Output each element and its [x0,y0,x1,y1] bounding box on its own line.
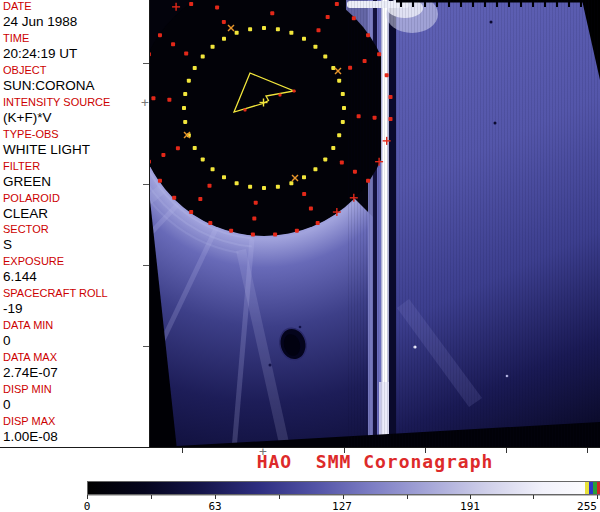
field-value: 6.144 [3,268,148,285]
metadata-field: EXPOSURE6.144 [0,255,148,287]
smm-coronagraph-viewer: { "window": {"width": 600, "height": 512… [0,0,600,512]
red-ring-dot [316,221,320,225]
field-label: DATA MAX [3,351,148,364]
field-value: 20:24:19 UT [3,45,148,62]
metadata-field: DISP MIN0 [0,383,148,415]
polygon-vertex-dot [293,90,296,93]
red-ring-dot [208,221,212,225]
red-spoke-dot [340,160,344,164]
red-ring-dot [389,95,393,99]
colorbar-tick [87,495,88,499]
red-ring-dot [366,33,370,37]
colorbar-tick [407,495,408,499]
colorbar-tick-label: 255 [577,500,597,512]
red-ring-dot [172,196,176,200]
yellow-ring-dot [341,92,345,96]
yellow-ring-dot [262,26,266,30]
colorbar-tick [343,495,344,499]
yellow-ring-dot [289,181,293,185]
field-value: WHITE LIGHT [3,141,148,158]
metadata-field: SECTORS [0,223,148,255]
red-ring-dot [251,233,255,237]
metadata-field: DATA MIN0 [0,319,148,351]
field-label: DISP MAX [3,415,148,428]
red-spoke-dot [326,15,330,19]
red-ring-dot [377,52,381,56]
yellow-ring-dot [183,120,187,124]
yellow-ring-dot [331,66,335,70]
colorbar-tick-label: 127 [332,500,352,512]
yellow-ring-dot [302,37,306,41]
red-spoke-dot [171,42,175,46]
colorbar-tick-label: 0 [84,500,91,512]
field-value: CLEAR [3,205,148,222]
polygon-vertex-dot [279,94,282,97]
field-label: INTENSITY SOURCE [3,96,148,109]
red-spoke-dot [176,146,180,150]
frame-tick [143,184,149,185]
yellow-ring-dot [313,45,317,49]
metadata-field: INTENSITY SOURCE(K+F)*V [0,96,148,128]
frame-tick [143,346,149,347]
field-value: 1.00E-08 [3,428,148,445]
colorbar-tick [151,495,152,499]
red-ring-dot [189,210,193,214]
field-label: DATE [3,0,148,13]
field-value: SUN:CORONA [3,77,148,94]
yellow-ring-dot [337,79,341,83]
red-spoke-dot [215,5,219,9]
field-value: GREEN [3,173,148,190]
image-frame-bottom-border [0,447,600,448]
yellow-ring-dot [302,175,306,179]
red-ring-dot [150,52,151,56]
yellow-ring-dot [211,167,215,171]
red-spoke-dot [357,114,361,118]
metadata-field: DATA MAX2.74E-07 [0,351,148,383]
colorbar-tick [533,495,534,499]
colorbar-tick [215,495,216,499]
red-ring-dot [273,233,277,237]
red-spoke-dot [198,197,202,201]
colorbar [87,481,600,495]
yellow-ring-dot [201,55,205,59]
metadata-field: TYPE-OBSWHITE LIGHT [0,128,148,160]
field-label: SPACECRAFT ROLL [3,287,148,300]
red-spoke-dot [151,96,155,100]
yellow-ring-dot [248,27,252,31]
red-ring-dot [352,16,356,20]
yellow-ring-dot [182,106,186,110]
red-spoke-dot [302,192,306,196]
saturation-stripe [597,482,600,494]
frame-tick [143,63,149,64]
frame-tick [143,265,149,266]
red-spoke-dot [254,201,258,205]
yellow-ring-dot [248,185,252,189]
yellow-ring-dot [276,185,280,189]
field-label: OBJECT [3,64,148,77]
red-ring-dot [389,117,393,121]
metadata-field: DATE24 Jun 1988 [0,0,148,32]
red-ring-dot [335,2,339,6]
image-title: HAO SMM Coronagraph [150,451,600,472]
field-value: 0 [3,396,148,413]
yellow-ring-dot [222,37,226,41]
yellow-ring-dot [341,120,345,124]
field-label: POLAROID [3,192,148,205]
red-spoke-dot [184,52,188,56]
yellow-ring-dot [289,31,293,35]
red-spoke-dot [363,59,367,63]
yellow-ring-dot [235,181,239,185]
yellow-ring-dot [331,146,335,150]
field-label: TYPE-OBS [3,128,148,141]
field-value: (K+F)*V [3,109,148,126]
yellow-ring-dot [313,167,317,171]
red-ring-dot [158,179,162,183]
field-value: 2.74E-07 [3,364,148,381]
red-spoke-dot [353,170,357,174]
red-ring-dot [158,33,162,37]
red-spoke-dot [373,116,377,120]
colorbar-tick-label: 191 [460,500,480,512]
coronagraph-image [150,0,600,447]
yellow-ring-dot [276,27,280,31]
yellow-ring-dot [193,66,197,70]
